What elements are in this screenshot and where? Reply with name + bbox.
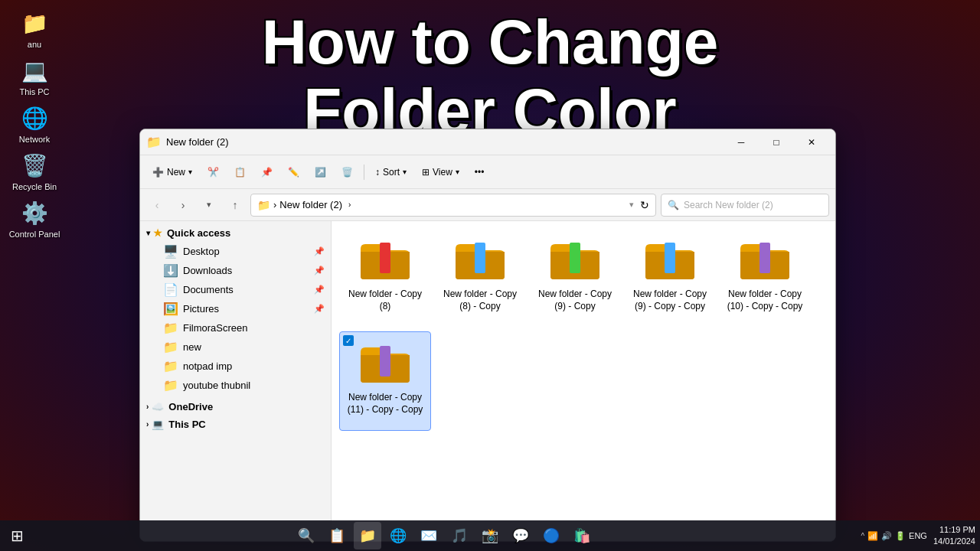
address-path[interactable]: 📁 › New folder (2) › ▾ ↻	[250, 194, 656, 217]
thispc-icon-label: This PC	[19, 87, 49, 96]
back-button[interactable]: ‹	[146, 194, 168, 216]
path-separator: ›	[273, 199, 276, 210]
rename-icon: ✏️	[288, 167, 299, 178]
date-display: 14/01/2024	[933, 536, 975, 547]
file-label-f6: New folder - Copy (11) - Copy - Copy	[343, 392, 427, 416]
taskbar-camera-icon[interactable]: 📸	[476, 522, 504, 549]
new-button[interactable]: ➕ New ▾	[146, 160, 198, 184]
close-button[interactable]: ✕	[794, 130, 829, 155]
file-item-f1[interactable]: New folder - Copy (8)	[339, 229, 431, 328]
refresh-button[interactable]: ↻	[640, 199, 649, 211]
file-item-f5[interactable]: New folder - Copy (10) - Copy - Copy	[719, 229, 811, 328]
folder-icon-f5	[737, 235, 792, 284]
taskbar-edge-icon[interactable]: 🌐	[384, 522, 412, 549]
folder-icon-f3	[547, 235, 603, 284]
taskbar-explorer-icon[interactable]: 📁	[354, 522, 381, 549]
recycle-bin-label: Recycle Bin	[12, 182, 57, 191]
desktop-icon-control-panel[interactable]: ⚙️ Control Panel	[8, 197, 61, 239]
sidebar-item-notpad-imp[interactable]: 📁 notpad imp	[140, 357, 331, 376]
sort-icon: ↕️	[375, 167, 380, 178]
forward-button[interactable]: ›	[172, 194, 194, 216]
cut-button[interactable]: ✂️	[201, 160, 225, 184]
view-button[interactable]: ⊞ View ▾	[416, 160, 466, 184]
search-box[interactable]: 🔍 Search New folder (2)	[661, 194, 829, 217]
desktop-sidebar-icon: 🖥️	[163, 244, 178, 259]
folder-icon-f6	[358, 338, 413, 387]
taskbar-groove-icon[interactable]: 🎵	[446, 522, 473, 549]
share-button[interactable]: ↗️	[309, 160, 332, 184]
selection-checkbox: ✓	[343, 335, 354, 346]
quick-access-header[interactable]: ▾ ★ Quick access	[140, 224, 331, 242]
desktop-icon-thispc[interactable]: 💻 This PC	[8, 55, 61, 96]
delete-icon: 🗑️	[341, 167, 353, 178]
file-item-f3[interactable]: New folder - Copy (9) - Copy	[529, 229, 621, 328]
onedrive-chevron-icon: ›	[146, 403, 149, 411]
sidebar-item-new[interactable]: 📁 new	[140, 337, 331, 357]
windows-logo-icon: ⊞	[11, 527, 24, 545]
paste-icon: 📌	[261, 167, 273, 178]
taskbar-search-icon[interactable]: 🔍	[292, 522, 320, 549]
path-end-chevron: ›	[348, 201, 351, 209]
svg-rect-3	[665, 243, 675, 273]
file-item-f2[interactable]: New folder - Copy (8) - Copy	[434, 229, 526, 328]
taskbar-center: 🔍 📋 📁 🌐 ✉️ 🎵 📸 💬 🔵 🛍️	[34, 522, 854, 549]
downloads-sidebar-icon: ⬇️	[163, 263, 178, 278]
delete-button[interactable]: 🗑️	[335, 160, 359, 184]
battery-tray-icon: 🔋	[895, 531, 906, 541]
taskbar-clock[interactable]: 11:19 PM 14/01/2024	[933, 524, 980, 548]
rename-button[interactable]: ✏️	[282, 160, 305, 184]
taskbar-teams-icon[interactable]: 💬	[507, 522, 534, 549]
sidebar-item-documents[interactable]: 📄 Documents 📌	[140, 280, 331, 299]
new-folder-sidebar-icon: 📁	[163, 340, 178, 354]
file-item-f4[interactable]: New folder - Copy (9) - Copy - Copy	[624, 229, 716, 328]
svg-rect-1	[475, 243, 485, 273]
maximize-button[interactable]: □	[759, 130, 794, 155]
view-label: View	[433, 167, 452, 178]
recent-locations-button[interactable]: ▾	[198, 194, 220, 216]
tray-chevron-icon[interactable]: ^	[861, 532, 864, 540]
minimize-button[interactable]: ─	[724, 130, 759, 155]
desktop: 📁 anu 💻 This PC 🌐 Network 🗑️ Recycle Bin…	[0, 0, 980, 551]
path-dropdown-icon[interactable]: ▾	[629, 200, 634, 210]
sidebar-item-downloads[interactable]: ⬇️ Downloads 📌	[140, 261, 331, 280]
pictures-sidebar-label: Pictures	[183, 303, 219, 315]
start-button[interactable]: ⊞	[0, 520, 34, 551]
toolbar: ➕ New ▾ ✂️ 📋 📌 ✏️ ↗️ 🗑️	[140, 155, 835, 189]
paste-button[interactable]: 📌	[255, 160, 279, 184]
this-pc-label: This PC	[168, 419, 205, 430]
sidebar-item-pictures[interactable]: 🖼️ Pictures 📌	[140, 299, 331, 318]
content-area: ▾ ★ Quick access 🖥️ Desktop 📌 ⬇️ Downloa…	[140, 221, 835, 541]
quick-access-star-icon: ★	[153, 227, 162, 239]
desktop-icon-anu[interactable]: 📁 anu	[8, 8, 61, 49]
toolbar-separator	[364, 165, 364, 180]
pictures-pin-icon: 📌	[314, 304, 325, 314]
file-label-f5: New folder - Copy (10) - Copy - Copy	[723, 289, 807, 312]
copy-button[interactable]: 📋	[228, 160, 252, 184]
desktop-icon-recycle-bin[interactable]: 🗑️ Recycle Bin	[8, 150, 61, 191]
sidebar-item-desktop[interactable]: 🖥️ Desktop 📌	[140, 242, 331, 261]
taskbar-mail-icon[interactable]: ✉️	[415, 522, 443, 549]
thispc-icon: 💻	[19, 55, 50, 86]
scissors-icon: ✂️	[207, 167, 219, 178]
file-label-f2: New folder - Copy (8) - Copy	[438, 289, 522, 312]
sidebar-item-filmorascreen[interactable]: 📁 FilmoraScreen	[140, 318, 331, 337]
onedrive-icon: ☁️	[152, 401, 164, 412]
more-button[interactable]: •••	[469, 160, 491, 184]
taskbar-task-view-icon[interactable]: 📋	[323, 522, 351, 549]
copy-icon: 📋	[234, 167, 246, 178]
desktop-icons-container: 📁 anu 💻 This PC 🌐 Network 🗑️ Recycle Bin…	[8, 8, 61, 239]
svg-rect-2	[570, 243, 580, 273]
onedrive-header[interactable]: › ☁️ OneDrive	[140, 398, 331, 416]
taskbar: ⊞ 🔍 📋 📁 🌐 ✉️ 🎵 📸 💬 🔵 🛍️ ^ 📶 🔊 🔋 ENG 11:1…	[0, 520, 980, 551]
sidebar-item-youtube-thubnil[interactable]: 📁 youtube thubnil	[140, 376, 331, 395]
this-pc-header[interactable]: › 💻 This PC	[140, 416, 331, 433]
address-bar: ‹ › ▾ ↑ 📁 › New folder (2) › ▾ ↻ 🔍 Searc…	[140, 189, 835, 221]
file-item-f6[interactable]: ✓ New folder - Copy (11) - Copy - Copy	[339, 331, 431, 431]
downloads-sidebar-label: Downloads	[183, 265, 232, 276]
svg-rect-0	[380, 243, 390, 273]
up-button[interactable]: ↑	[224, 194, 246, 216]
taskbar-store-icon[interactable]: 🛍️	[568, 522, 596, 549]
taskbar-chrome-icon[interactable]: 🔵	[537, 522, 565, 549]
sort-button[interactable]: ↕️ Sort ▾	[369, 160, 413, 184]
desktop-icon-network[interactable]: 🌐 Network	[8, 103, 61, 144]
